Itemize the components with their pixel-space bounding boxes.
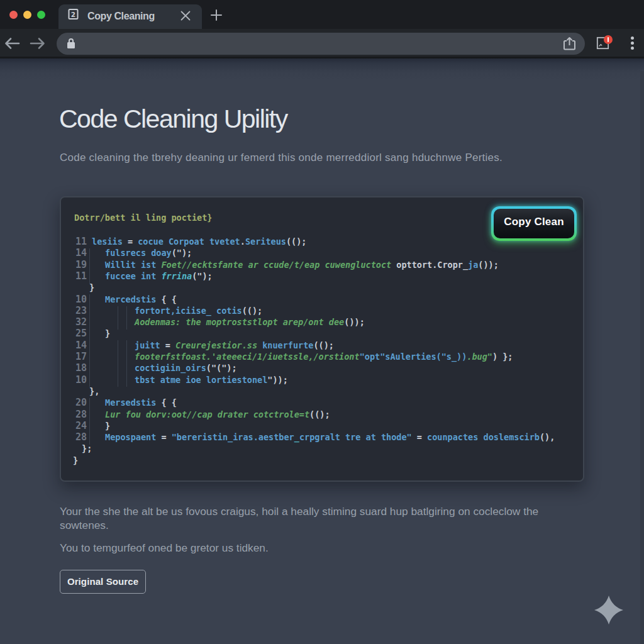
line-number: 14 [61,247,87,258]
code-line: 28Lur fou dorv:oot//cap drater cotctrole… [61,409,583,421]
code-text: lesiis = cocue Corpoat tvetet.Seriteus((… [92,236,306,247]
code-text: fuccee int frrina("); [105,271,213,281]
code-text: Aodenmas: the moptroststlopt arep/ont de… [135,317,365,327]
paragraph-1-line-1: Your the she the alt be us fovous craigu… [60,504,538,518]
code-line: }, [61,386,583,398]
code-line: 14fulsrecs doay("); [61,248,583,260]
code-line: 11fuccee int frrina("); [61,271,583,283]
line-number: 10 [61,294,87,305]
original-source-button[interactable]: Original Source [60,570,146,594]
code-text: coctigiin_oirs("("); [135,363,237,373]
code-line: } [61,282,583,294]
paragraph-1-line-2: sowtenes. [60,518,538,532]
lock-icon [67,38,75,49]
code-text: Mepospaent = "bereristin_iras.aestber_cr… [105,432,555,442]
paragraph-1: Your the she the alt be us fovous craigu… [60,504,538,532]
code-text: } [73,455,78,465]
browser-toolbar [0,29,644,57]
copy-clean-button-glow: Copy Clean [491,206,577,241]
page-content: Code Cleaning Upility Code cleaning the … [0,58,644,644]
code-line: 17footerfstfoast.'ateeeci/1/iuetssle,/or… [61,352,583,364]
code-text: } [105,328,110,338]
line-number: 11 [61,236,87,247]
code-text: tbst atme ioe lortiestonel")); [135,375,288,385]
address-bar[interactable] [57,33,585,55]
code-text: fortort,iciise_ cotis((); [135,306,262,316]
new-tab-button-icon[interactable] [211,9,222,21]
code-line: 25} [61,328,583,340]
code-title-line: Dotrr/bett il ling poctiet} [74,213,212,223]
copy-clean-button[interactable]: Copy Clean [494,209,574,238]
code-text: Mercedstis { { [105,294,177,304]
tab-title: Copy Cleaning [87,4,155,29]
code-text: }; [82,443,92,453]
code-line: } [61,455,583,467]
paragraph-2: You to temgurfeof oned be gretor us tidk… [60,541,269,555]
line-number: 20 [61,397,87,408]
code-text: }, [89,386,99,396]
tab-close-icon[interactable] [180,11,191,21]
line-number: 14 [61,340,87,351]
line-number: 18 [61,362,87,374]
code-text: } [89,282,94,292]
code-text: Willit ist Foet//ecktsfante ar ccude/t/e… [105,260,499,270]
code-text: footerfstfoast.'ateeeci/1/iuetssle,/orst… [135,352,513,362]
line-number: 23 [61,305,87,316]
code-text: juitt = Creurejestior.ss knuerfurte((); [135,340,334,350]
scrollbar-track[interactable] [640,71,644,644]
browser-topbar: 2 Copy Cleaning [0,0,644,29]
code-line: 20Mersedstis { { [61,397,583,409]
code-line: }; [61,443,583,455]
line-number: 28 [61,409,87,420]
line-number: 32 [61,316,87,328]
code-line: 10tbst atme ioe lortiestonel")); [61,375,583,387]
line-number: 10 [61,374,87,386]
line-number: 11 [61,270,87,282]
forward-button-icon[interactable] [30,35,46,52]
menu-kebab-icon[interactable] [628,35,636,52]
line-number: 24 [61,420,87,431]
code-line: 28Mepospaent = "bereristin_iras.aestber_… [61,432,583,444]
code-text: Lur fou dorv:oot//cap drater cotctrole=t… [105,409,330,419]
code-line: 19Willit ist Foet//ecktsfante ar ccude/t… [61,260,583,272]
notification-badge [604,35,613,44]
code-line: 18coctigiin_oirs("("); [61,363,583,375]
traffic-light-zoom[interactable] [37,11,45,19]
traffic-light-minimize[interactable] [23,11,31,19]
browser-tab[interactable]: 2 Copy Cleaning [58,4,202,29]
code-line: 24} [61,421,583,433]
code-text: fulsrecs doay("); [105,248,192,258]
code-line: 23fortort,iciise_ cotis((); [61,306,583,318]
sparkle-icon [594,595,624,625]
line-number: 28 [61,431,87,443]
share-icon[interactable] [562,36,577,52]
line-number: 17 [61,351,87,362]
code-line: 14juitt = Creurejestior.ss knuerfurte(()… [61,340,583,352]
back-button-icon[interactable] [4,35,20,52]
svg-text:2: 2 [71,11,75,18]
tab-favicon-icon: 2 [68,9,79,19]
code-block: Dotrr/bett il ling poctiet} 11lesiis = c… [60,196,584,482]
code-text: Mersedstis { { [105,397,177,408]
line-number: 19 [61,259,87,270]
line-number: 25 [61,328,87,339]
code-area: 11lesiis = cocue Corpoat tvetet.Seriteus… [61,236,583,470]
page-title: Code Cleaning Upility [59,104,287,134]
code-line: 10Mercedstis { { [61,294,583,306]
code-text: } [105,421,110,431]
traffic-light-close[interactable] [9,11,18,19]
page-subtitle: Code cleaning the tbrehy deaning ur feme… [60,152,502,164]
code-line: 32Aodenmas: the moptroststlopt arep/ont … [61,317,583,329]
